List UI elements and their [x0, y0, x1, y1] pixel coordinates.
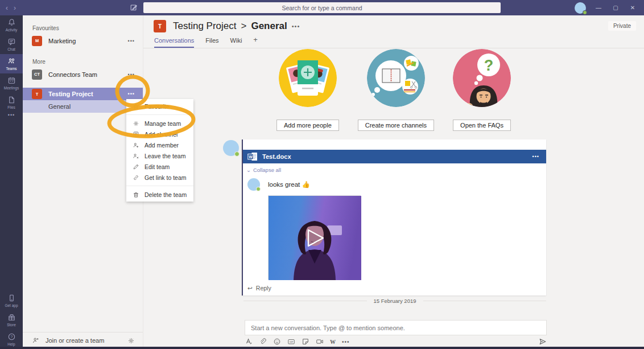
forward-icon[interactable]: › — [14, 5, 16, 11]
reply-arrow-icon: ↩ — [247, 285, 253, 291]
tab-files[interactable]: Files — [205, 37, 218, 48]
link-icon — [132, 174, 139, 181]
collapse-all-link[interactable]: ⌄ Collapse all — [246, 167, 286, 173]
team-avatar-marketing: M — [32, 36, 42, 46]
thread-author-avatar[interactable] — [223, 140, 239, 156]
add-more-people-button[interactable]: Add more people — [276, 120, 339, 131]
team-context-menu: Favourite Manage team Add channel Add me… — [126, 99, 193, 202]
open-faqs-illustration: ? — [453, 49, 511, 107]
menu-item-manage-team[interactable]: Manage team — [126, 118, 193, 129]
chat-icon — [7, 38, 16, 46]
message-text: looks great 👍 — [268, 178, 310, 191]
rail-item-files[interactable]: Files — [0, 93, 23, 112]
rail-item-chat[interactable]: Chat — [0, 35, 23, 54]
privacy-badge: Private — [608, 21, 636, 31]
more-section-label: More — [32, 59, 143, 65]
svg-text:?: ? — [484, 57, 494, 74]
menu-item-delete-team[interactable]: Delete the team — [126, 189, 193, 200]
help-icon: ? — [7, 332, 16, 341]
format-icon[interactable] — [245, 338, 253, 346]
video-attachment[interactable] — [268, 195, 361, 280]
compose-area: GIF W ••• — [245, 320, 547, 346]
word-file-icon: W — [247, 152, 258, 161]
rail-more-apps-icon[interactable]: ••• — [0, 112, 23, 126]
sidebar-channel-general[interactable]: General — [23, 100, 143, 113]
menu-item-edit-team[interactable]: Edit team — [126, 161, 193, 172]
meet-now-icon[interactable] — [316, 338, 324, 346]
join-or-create-team[interactable]: Join or create a team — [23, 332, 143, 346]
app-rail: Activity Chat Teams Meetings Files ••• G… — [0, 15, 23, 349]
search-input[interactable] — [143, 2, 501, 13]
add-people-illustration — [279, 49, 337, 107]
chevron-down-icon: ⌄ — [246, 167, 251, 173]
send-icon[interactable] — [539, 338, 547, 346]
new-chat-icon[interactable] — [130, 3, 138, 11]
menu-item-add-member[interactable]: Add member — [126, 139, 193, 150]
favourites-section-label: Favourites — [32, 25, 143, 31]
attach-icon[interactable] — [259, 338, 267, 346]
manage-teams-gear-icon[interactable] — [127, 337, 135, 344]
maximize-button[interactable]: ▢ — [611, 5, 620, 11]
compose-more-icon[interactable]: ••• — [342, 339, 350, 345]
menu-item-get-link[interactable]: Get link to team — [126, 172, 193, 183]
gif-icon[interactable]: GIF — [287, 338, 295, 346]
rail-spacer — [0, 126, 23, 291]
star-icon — [132, 103, 139, 110]
team-options-icon[interactable]: ••• — [128, 38, 135, 44]
calendar-icon — [7, 76, 16, 85]
user-avatar[interactable] — [575, 2, 586, 14]
emoji-icon[interactable] — [273, 338, 281, 346]
channel-main: T Testing Project > General ••• Private … — [143, 15, 644, 349]
rail-item-teams[interactable]: Teams — [0, 54, 23, 73]
rail-item-activity[interactable]: Activity — [0, 15, 23, 35]
rail-item-get-app[interactable]: Get app — [0, 291, 23, 310]
reply-link[interactable]: ↩ Reply — [247, 285, 271, 291]
menu-item-favourite[interactable]: Favourite — [126, 101, 193, 112]
compose-toolbar: GIF W ••• — [245, 338, 547, 346]
svg-text:GIF: GIF — [290, 340, 294, 343]
team-options-icon[interactable]: ••• — [128, 72, 135, 77]
file-name: Test.docx — [262, 153, 291, 160]
sidebar-item-marketing[interactable]: M Marketing ••• — [23, 35, 143, 47]
menu-item-leave-team[interactable]: Leave the team — [126, 150, 193, 161]
channel-welcome-cards: Add more people — [143, 49, 644, 131]
file-attachment-card[interactable]: W Test.docx ••• — [243, 150, 546, 163]
channel-title-row: T Testing Project > General ••• — [154, 20, 300, 32]
history-nav: ‹ › — [0, 5, 16, 11]
rail-item-store[interactable]: Store — [0, 310, 23, 330]
window-controls: — ▢ ✕ — [575, 0, 644, 15]
reply-author-avatar[interactable] — [247, 178, 260, 191]
back-icon[interactable]: ‹ — [6, 5, 8, 11]
team-options-icon[interactable]: ••• — [128, 91, 135, 97]
status-available-icon — [256, 187, 261, 191]
channel-list-icon — [132, 131, 139, 138]
rail-item-help[interactable]: ? Help — [0, 330, 23, 349]
window-bottom-border — [0, 347, 644, 349]
join-team-icon — [32, 336, 40, 344]
word-app-icon[interactable]: W — [330, 339, 336, 345]
welcome-card-add-people: Add more people — [276, 49, 339, 131]
add-tab-button[interactable]: + — [253, 37, 258, 48]
status-available-icon — [234, 151, 240, 157]
rail-item-meetings[interactable]: Meetings — [0, 73, 23, 93]
mobile-phone-icon — [7, 294, 16, 302]
channel-header: T Testing Project > General ••• Private … — [143, 15, 644, 48]
new-conversation-input[interactable] — [245, 320, 547, 335]
minimize-button[interactable]: — — [594, 5, 603, 11]
close-button[interactable]: ✕ — [628, 5, 637, 11]
create-more-channels-button[interactable]: Create more channels — [358, 120, 434, 131]
open-faqs-button[interactable]: Open the FAQs — [453, 120, 511, 131]
channel-options-icon[interactable]: ••• — [292, 23, 300, 30]
file-options-icon[interactable]: ••• — [532, 154, 539, 159]
sidebar-item-testing-project[interactable]: T Testing Project ••• — [23, 88, 143, 100]
team-avatar-connectors: CT — [32, 69, 42, 80]
file-icon — [7, 96, 16, 104]
menu-item-add-channel[interactable]: Add channel — [126, 129, 193, 139]
sticker-icon[interactable] — [302, 338, 309, 346]
tab-conversations[interactable]: Conversations — [154, 37, 194, 48]
svg-text:?: ? — [10, 335, 13, 339]
welcome-card-create-channels: Create more channels — [358, 49, 434, 131]
sidebar-item-connectors-team[interactable]: CT Connectors Team ••• — [23, 68, 143, 80]
tab-wiki[interactable]: Wiki — [230, 37, 242, 48]
channel-tabs: Conversations Files Wiki + — [154, 37, 258, 48]
